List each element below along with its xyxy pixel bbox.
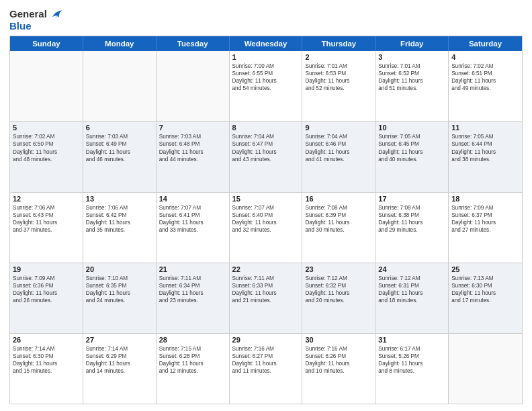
calendar-cell-day-27: 27Sunrise: 7:14 AMSunset: 6:29 PMDayligh… xyxy=(83,334,157,404)
day-number: 10 xyxy=(378,124,445,132)
day-number: 24 xyxy=(378,265,445,273)
cell-text-line: and 35 minutes. xyxy=(86,226,153,234)
calendar-cell-day-2: 2Sunrise: 7:01 AMSunset: 6:53 PMDaylight… xyxy=(302,51,375,121)
calendar-cell-day-4: 4Sunrise: 7:02 AMSunset: 6:51 PMDaylight… xyxy=(449,51,522,121)
cell-text-line: and 8 minutes. xyxy=(378,367,445,375)
calendar-cell-day-18: 18Sunrise: 7:09 AMSunset: 6:37 PMDayligh… xyxy=(449,193,522,263)
calendar-cell-day-15: 15Sunrise: 7:07 AMSunset: 6:40 PMDayligh… xyxy=(230,193,303,263)
cell-text-line: Daylight: 11 hours xyxy=(159,148,226,156)
cell-text-line: Sunset: 5:26 PM xyxy=(378,353,445,360)
cell-text-line: Sunrise: 6:17 AM xyxy=(378,345,445,353)
calendar-row-0: 1Sunrise: 7:00 AMSunset: 6:55 PMDaylight… xyxy=(10,51,522,122)
page-header: General Blue xyxy=(9,7,523,32)
day-number: 7 xyxy=(159,124,226,132)
calendar-cell-day-25: 25Sunrise: 7:13 AMSunset: 6:30 PMDayligh… xyxy=(449,263,522,333)
cell-text-line: Daylight: 11 hours xyxy=(159,219,226,226)
calendar-cell-day-17: 17Sunrise: 7:08 AMSunset: 6:38 PMDayligh… xyxy=(375,193,449,263)
day-number: 28 xyxy=(159,336,226,344)
header-day-monday: Monday xyxy=(83,36,157,51)
cell-text-line: Sunrise: 7:13 AM xyxy=(451,275,519,282)
cell-text-line: Daylight: 11 hours xyxy=(86,289,153,297)
calendar-cell-empty-0-1 xyxy=(83,51,157,121)
cell-text-line: Daylight: 11 hours xyxy=(232,148,300,156)
cell-text-line: Daylight: 11 hours xyxy=(86,148,153,156)
cell-text-line: and 52 minutes. xyxy=(305,85,372,92)
cell-text-line: and 46 minutes. xyxy=(86,156,153,163)
day-number: 1 xyxy=(232,53,300,61)
cell-text-line: and 48 minutes. xyxy=(13,156,80,163)
cell-text-line: Sunrise: 7:04 AM xyxy=(305,133,372,140)
day-number: 4 xyxy=(451,53,519,61)
cell-text-line: Sunrise: 7:10 AM xyxy=(86,275,153,282)
cell-text-line: Sunset: 6:49 PM xyxy=(86,140,153,148)
header-day-sunday: Sunday xyxy=(10,36,83,51)
cell-text-line: Sunset: 6:52 PM xyxy=(378,70,445,77)
calendar-cell-day-12: 12Sunrise: 7:06 AMSunset: 6:43 PMDayligh… xyxy=(10,193,83,263)
cell-text-line: Daylight: 11 hours xyxy=(159,289,226,297)
cell-text-line: Sunset: 6:34 PM xyxy=(159,282,226,289)
cell-text-line: Sunrise: 7:05 AM xyxy=(378,133,445,140)
cell-text-line: Sunrise: 7:02 AM xyxy=(451,62,519,70)
day-number: 25 xyxy=(451,265,519,273)
day-number: 11 xyxy=(451,124,519,132)
cell-text-line: and 26 minutes. xyxy=(13,297,80,304)
day-number: 18 xyxy=(451,195,519,203)
cell-text-line: Sunrise: 7:11 AM xyxy=(159,275,226,282)
cell-text-line: Daylight: 11 hours xyxy=(232,219,300,226)
cell-text-line: Sunrise: 7:12 AM xyxy=(378,275,445,282)
cell-text-line: Sunset: 6:38 PM xyxy=(378,212,445,219)
cell-text-line: Sunset: 6:30 PM xyxy=(13,353,80,360)
cell-text-line: Sunset: 6:46 PM xyxy=(305,140,372,148)
calendar-cell-day-6: 6Sunrise: 7:03 AMSunset: 6:49 PMDaylight… xyxy=(83,122,157,191)
cell-text-line: Daylight: 11 hours xyxy=(232,360,300,367)
cell-text-line: Daylight: 11 hours xyxy=(378,77,445,85)
cell-text-line: Daylight: 11 hours xyxy=(232,289,300,297)
day-number: 23 xyxy=(305,265,372,273)
cell-text-line: Daylight: 11 hours xyxy=(378,289,445,297)
day-number: 5 xyxy=(13,124,80,132)
day-number: 9 xyxy=(305,124,372,132)
cell-text-line: Sunset: 6:26 PM xyxy=(305,353,372,360)
cell-text-line: and 24 minutes. xyxy=(86,297,153,304)
cell-text-line: Sunset: 6:37 PM xyxy=(451,212,519,219)
calendar-cell-day-28: 28Sunrise: 7:15 AMSunset: 6:28 PMDayligh… xyxy=(157,334,230,404)
cell-text-line: Sunrise: 7:01 AM xyxy=(378,62,445,70)
cell-text-line: Sunset: 6:32 PM xyxy=(305,282,372,289)
cell-text-line: Daylight: 11 hours xyxy=(13,219,80,226)
cell-text-line: Sunset: 6:45 PM xyxy=(378,140,445,148)
calendar-cell-day-14: 14Sunrise: 7:07 AMSunset: 6:41 PMDayligh… xyxy=(157,193,230,263)
cell-text-line: Sunrise: 7:06 AM xyxy=(13,204,80,212)
cell-text-line: Daylight: 11 hours xyxy=(305,360,372,367)
cell-text-line: Sunrise: 7:00 AM xyxy=(232,62,300,70)
cell-text-line: Daylight: 11 hours xyxy=(13,148,80,156)
cell-text-line: Sunset: 6:43 PM xyxy=(13,212,80,219)
day-number: 3 xyxy=(378,53,445,61)
calendar-cell-day-26: 26Sunrise: 7:14 AMSunset: 6:30 PMDayligh… xyxy=(10,334,83,404)
cell-text-line: Daylight: 11 hours xyxy=(86,219,153,226)
day-number: 17 xyxy=(378,195,445,203)
cell-text-line: Sunset: 6:27 PM xyxy=(232,353,300,360)
calendar-cell-day-20: 20Sunrise: 7:10 AMSunset: 6:35 PMDayligh… xyxy=(83,263,157,333)
logo-bird-icon xyxy=(48,7,63,21)
day-number: 8 xyxy=(232,124,300,132)
cell-text-line: Sunset: 6:39 PM xyxy=(305,212,372,219)
day-number: 2 xyxy=(305,53,372,61)
cell-text-line: Sunset: 6:35 PM xyxy=(86,282,153,289)
day-number: 26 xyxy=(13,336,80,344)
cell-text-line: Sunset: 6:28 PM xyxy=(159,353,226,360)
cell-text-line: and 11 minutes. xyxy=(232,367,300,375)
cell-text-line: and 30 minutes. xyxy=(305,226,372,234)
cell-text-line: and 37 minutes. xyxy=(13,226,80,234)
cell-text-line: Sunrise: 7:03 AM xyxy=(159,133,226,140)
cell-text-line: Sunset: 6:40 PM xyxy=(232,212,300,219)
header-day-thursday: Thursday xyxy=(302,36,375,51)
cell-text-line: Sunset: 6:50 PM xyxy=(13,140,80,148)
cell-text-line: Sunset: 6:42 PM xyxy=(86,212,153,219)
logo-general-text: General xyxy=(9,8,47,19)
cell-text-line: Sunset: 6:31 PM xyxy=(378,282,445,289)
calendar-cell-day-7: 7Sunrise: 7:03 AMSunset: 6:48 PMDaylight… xyxy=(157,122,230,191)
cell-text-line: Sunrise: 7:01 AM xyxy=(305,62,372,70)
cell-text-line: Sunset: 6:51 PM xyxy=(451,70,519,77)
cell-text-line: and 54 minutes. xyxy=(232,85,300,92)
cell-text-line: Sunrise: 7:07 AM xyxy=(159,204,226,212)
